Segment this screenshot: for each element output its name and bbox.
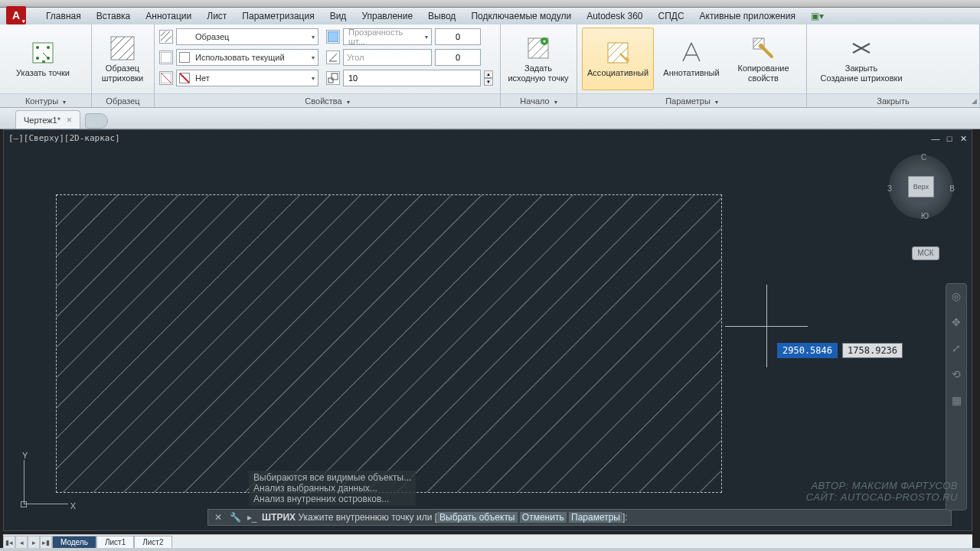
menu-overflow-icon[interactable]: ▣▾ [803, 11, 831, 21]
menu-annotations[interactable]: Аннотации [138, 11, 199, 21]
file-tab[interactable]: Чертеж1* × [15, 110, 80, 129]
nav-zoom-icon[interactable]: ⤢ [949, 342, 964, 357]
group-close-title: Закрыть [877, 96, 909, 106]
scale-field[interactable]: 10 [343, 70, 481, 86]
dynamic-input[interactable]: 2950.5846 1758.9236 [777, 343, 903, 358]
ucs-icon: Y X [19, 451, 73, 512]
color-type-icon[interactable] [159, 51, 173, 64]
group-origin-title: Начало [520, 96, 549, 106]
angle-label: Угол [343, 49, 432, 66]
layout2-tab[interactable]: Лист2 [134, 536, 172, 549]
menu-insert[interactable]: Вставка [89, 11, 139, 21]
file-tab-close-icon[interactable]: × [67, 115, 72, 126]
menu-home[interactable]: Главная [38, 11, 89, 21]
nav-wheel-icon[interactable]: ◎ [949, 290, 964, 305]
svg-rect-19 [332, 73, 338, 80]
viewport-label[interactable]: [–][Сверху][2D-каркас] [8, 133, 120, 143]
coord-y-field[interactable]: 1758.9236 [842, 343, 903, 358]
cmd-prompt-icon: ▸_ [245, 510, 259, 524]
transparency-icon[interactable] [326, 30, 340, 44]
app-menu-icon[interactable]: A [6, 6, 26, 24]
svg-line-11 [161, 31, 165, 36]
layout-tabs: ▮◂ ◂ ▸ ▸▮ Модель Лист1 Лист2 [3, 534, 972, 549]
close-hatch-editor-button[interactable]: Закрыть Создание штриховки [812, 28, 911, 90]
cmd-customize-icon[interactable]: 🔧 [228, 510, 242, 524]
watermark: АВТОР: МАКСИМ ФАРТУСОВ САЙТ: AUTOCAD-PRO… [806, 480, 958, 503]
svg-rect-26 [608, 43, 628, 63]
layout1-tab[interactable]: Лист1 [96, 536, 134, 549]
model-tab[interactable]: Модель [52, 536, 96, 549]
svg-rect-14 [161, 52, 172, 63]
menu-a360[interactable]: Autodesk 360 [579, 11, 650, 21]
sheet-first-icon[interactable]: ▮◂ [3, 536, 15, 549]
angle-field[interactable]: 0 [435, 49, 481, 66]
scale-spinner[interactable]: ▲▼ [484, 70, 493, 86]
drawing-canvas[interactable]: [–][Сверху][2D-каркас] — □ ✕ 2950.5846 1… [3, 129, 972, 531]
menu-parametrize[interactable]: Параметризация [234, 11, 322, 21]
background-dropdown[interactable]: Нет [176, 70, 318, 86]
coord-x-field[interactable]: 2950.5846 [777, 343, 838, 358]
ucs-dropdown[interactable]: МСК [912, 246, 939, 260]
sheet-prev-icon[interactable]: ◂ [15, 536, 28, 549]
navigation-bar[interactable]: ◎ ✥ ⤢ ⟲ ▦ [946, 283, 967, 510]
svg-point-33 [759, 44, 763, 48]
svg-point-2 [47, 46, 50, 49]
command-history: Выбираются все видимые объекты... Анализ… [249, 471, 416, 506]
menu-manage[interactable]: Управление [354, 11, 420, 21]
annotative-button[interactable]: Аннотативный [658, 28, 724, 90]
menu-view[interactable]: Вид [322, 11, 354, 21]
svg-rect-18 [328, 78, 333, 83]
svg-point-3 [36, 57, 39, 60]
pick-points-button[interactable]: Указать точки [5, 28, 81, 90]
menubar: Главная Вставка Аннотации Лист Параметри… [0, 8, 980, 24]
new-tab-button[interactable] [85, 113, 108, 129]
transparency-field[interactable]: 0 [435, 28, 481, 45]
file-tabs: Чертеж1* × [0, 108, 980, 129]
crosshair-v [766, 285, 767, 367]
pattern-dropdown[interactable]: Образец [176, 28, 318, 45]
sheet-last-icon[interactable]: ▸▮ [40, 536, 52, 549]
group-sample-title: Образец [106, 96, 139, 106]
menu-active-apps[interactable]: Активные приложения [692, 11, 803, 21]
group-contours-title: Контуры [25, 96, 58, 106]
menu-output[interactable]: Вывод [420, 11, 463, 21]
match-properties-button[interactable]: Копирование свойств [729, 28, 798, 90]
menu-sheet[interactable]: Лист [199, 11, 234, 21]
menu-plugins[interactable]: Подключаемые модули [463, 11, 579, 21]
ribbon: Указать точки Контуры Образец штриховки … [0, 24, 980, 108]
viewport-close-icon[interactable]: ✕ [958, 133, 969, 144]
hatch-sample-button[interactable]: Образец штриховки [96, 28, 149, 90]
hatched-rectangle [56, 194, 722, 493]
group-properties-title: Свойства [305, 96, 341, 106]
svg-point-1 [36, 46, 39, 49]
viewport-minimize-icon[interactable]: — [930, 133, 941, 144]
svg-rect-17 [328, 31, 338, 42]
associative-button[interactable]: Ассоциативный [582, 28, 654, 90]
cmd-close-icon[interactable]: ✕ [211, 510, 225, 524]
pattern-type-icon[interactable] [159, 30, 173, 44]
set-origin-button[interactable]: Задать исходную точку [505, 28, 571, 90]
svg-line-13 [165, 36, 172, 42]
nav-orbit-icon[interactable]: ⟲ [949, 368, 964, 383]
command-line[interactable]: ✕ 🔧 ▸_ ШТРИХ Укажите внутреннюю точку ил… [207, 509, 952, 526]
angle-icon[interactable] [326, 51, 340, 64]
group-options-title: Параметры [665, 96, 710, 106]
scale-icon[interactable] [326, 71, 340, 85]
viewport-maximize-icon[interactable]: □ [944, 133, 955, 144]
viewcube[interactable]: Верх С Ю В З [889, 155, 953, 219]
menu-spds[interactable]: СПДС [651, 11, 692, 21]
sheet-next-icon[interactable]: ▸ [28, 536, 40, 549]
color-dropdown[interactable]: Использовать текущий [176, 49, 318, 66]
bg-type-icon[interactable] [159, 71, 173, 85]
viewcube-top[interactable]: Верх [908, 176, 934, 197]
nav-pan-icon[interactable]: ✥ [949, 316, 964, 331]
transparency-label[interactable]: Прозрачность шт... [343, 28, 432, 45]
svg-rect-35 [57, 195, 721, 492]
nav-showmotion-icon[interactable]: ▦ [949, 394, 964, 409]
